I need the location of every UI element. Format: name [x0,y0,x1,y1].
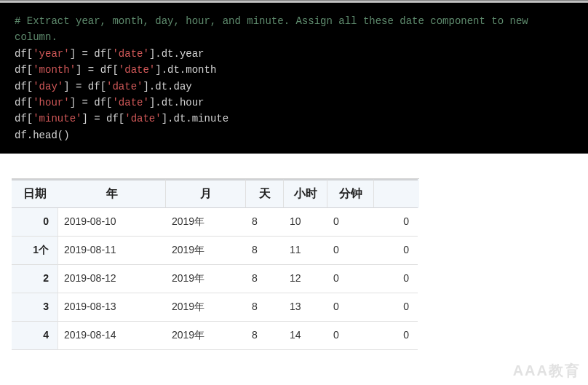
table-row: 1个 2019-08-11 2019年 8 11 0 0 [12,237,419,265]
cell-year: 2019年 [166,265,246,293]
cell-date: 2019-08-14 [58,322,166,350]
cell-day: 11 [284,237,327,265]
cell-hour: 0 [327,265,374,293]
table-row: 2 2019-08-12 2019年 8 12 0 0 [12,265,419,293]
output-table: 日期 年 月 天 小时 分钟 0 2019-08-10 2019年 8 10 0… [12,178,419,350]
code-line-5: df['minute'] = df['date'].dt.minute [15,113,229,124]
cell-hour: 0 [327,322,374,350]
header-minute-col: 分钟 [327,179,374,208]
row-index: 1个 [12,237,58,265]
cell-month: 8 [246,293,284,322]
row-index: 0 [12,208,58,237]
code-line-6: df.head() [15,130,70,141]
header-day: 天 [246,179,284,208]
table-row: 3 2019-08-13 2019年 8 13 0 0 [12,293,419,322]
code-line-3: df['day'] = df['date'].dt.day [15,81,192,92]
cell-minute: 0 [374,322,418,350]
code-line-2: df['month'] = df['date'].dt.month [15,64,216,76]
code-comment: # Extract year, month, day, hour, and mi… [15,15,534,43]
row-index: 3 [12,293,58,322]
cell-hour: 0 [327,208,374,237]
cell-hour: 0 [327,293,374,322]
code-line-1: df['year'] = df['date'].dt.year [15,48,204,60]
cell-minute: 0 [374,293,418,322]
cell-date: 2019-08-11 [58,237,166,265]
cell-minute: 0 [374,237,418,265]
header-month: 月 [166,179,246,208]
cell-hour: 0 [327,237,374,265]
table-row: 4 2019-08-14 2019年 8 14 0 0 [12,322,419,350]
cell-day: 10 [284,208,327,237]
cell-year: 2019年 [166,293,246,322]
cell-month: 8 [246,237,284,265]
header-index: 日期 [12,179,58,208]
table-row: 0 2019-08-10 2019年 8 10 0 0 [12,208,419,237]
header-blank [374,179,418,208]
cell-date: 2019-08-10 [58,208,166,237]
code-line-4: df['hour'] = df['date'].dt.hour [15,97,204,108]
cell-minute: 0 [374,265,418,293]
cell-date: 2019-08-12 [58,265,166,293]
watermark-text: AAA教育 [513,361,581,381]
cell-month: 8 [246,265,284,293]
header-hour-col: 小时 [284,179,327,208]
cell-month: 8 [246,208,284,237]
cell-month: 8 [246,322,284,350]
cell-day: 12 [284,265,327,293]
cell-year: 2019年 [166,208,246,237]
cell-year: 2019年 [166,237,246,265]
code-block: # Extract year, month, day, hour, and mi… [0,3,588,154]
header-year: 年 [58,179,166,208]
cell-year: 2019年 [166,322,246,350]
table-header-row: 日期 年 月 天 小时 分钟 [12,179,419,208]
cell-day: 14 [284,322,327,350]
row-index: 4 [12,322,58,350]
cell-day: 13 [284,293,327,322]
row-index: 2 [12,265,58,293]
cell-minute: 0 [374,208,418,237]
cell-date: 2019-08-13 [58,293,166,322]
